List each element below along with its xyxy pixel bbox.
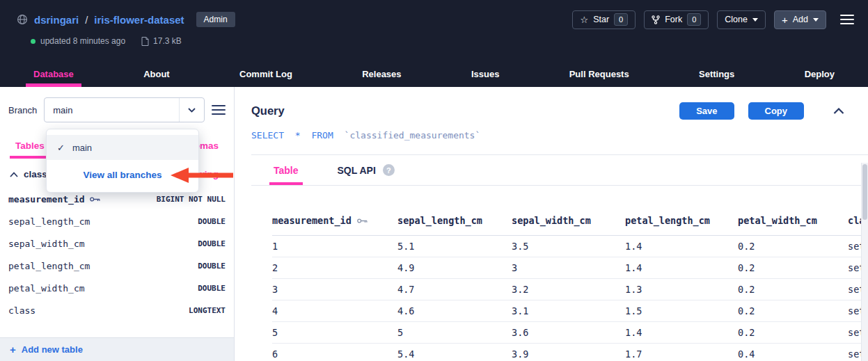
grid-header-sepal-length[interactable]: sepal_length_cm	[397, 211, 512, 236]
sidebar: Branch main Tables Schemas classified_me…	[0, 87, 235, 361]
sidebar-menu-icon[interactable]	[212, 105, 226, 115]
repo-size: 17.3 kB	[141, 36, 182, 46]
updated-text: updated 8 minutes ago	[40, 36, 125, 46]
grid-cell[interactable]: 1.3	[625, 279, 738, 300]
grid-cell[interactable]: 3.5	[512, 236, 625, 257]
grid-cell[interactable]: 6	[272, 344, 397, 361]
grid-cell[interactable]: 4	[272, 300, 397, 322]
tab-sql-api-group: SQL API ?	[338, 155, 395, 185]
page-body: Branch main Tables Schemas classified_me…	[0, 87, 868, 361]
grid-cell[interactable]: 3	[272, 279, 397, 300]
grid-cell[interactable]: 3	[512, 257, 625, 279]
status-dot-icon	[31, 39, 35, 44]
grid-cell[interactable]: 0.2	[738, 257, 848, 279]
sidebar-tab-tables[interactable]: Tables	[15, 141, 45, 159]
grid-cell[interactable]: 5.1	[397, 236, 512, 257]
grid-header-petal-length[interactable]: petal_length_cm	[625, 211, 738, 236]
add-label: Add	[793, 15, 808, 24]
primary-key-icon	[90, 196, 100, 202]
column-type: DOUBLE	[198, 217, 226, 226]
tab-sql-api[interactable]: SQL API	[338, 155, 376, 185]
save-button[interactable]: Save	[679, 102, 734, 120]
sql-keyword: SELECT	[251, 130, 284, 141]
column-name: petal_length_cm	[8, 261, 90, 271]
grid-cell[interactable]: 0.2	[738, 279, 848, 300]
add-new-table-button[interactable]: + Add new table	[0, 337, 234, 361]
top-header: dsringari / iris-flower-dataset Admin ☆ …	[0, 0, 868, 87]
schema-column-row: sepal_width_cm DOUBLE	[0, 232, 234, 255]
nav-tab-database[interactable]: Database	[33, 61, 74, 87]
grid-cell[interactable]: 4.7	[397, 279, 512, 300]
globe-icon	[17, 14, 28, 25]
grid-cell[interactable]: 3.6	[512, 322, 625, 344]
nav-tab-deploy[interactable]: Deploy	[805, 61, 835, 87]
add-button[interactable]: + Add	[774, 10, 826, 29]
grid-cell[interactable]: 0.2	[738, 300, 848, 322]
fork-label: Fork	[665, 15, 682, 24]
primary-key-icon	[357, 218, 368, 224]
tab-table[interactable]: Table	[274, 155, 299, 185]
chevron-down-icon[interactable]	[179, 98, 204, 122]
grid-cell[interactable]: 1.7	[625, 344, 738, 361]
breadcrumb: dsringari / iris-flower-dataset Admin	[17, 12, 235, 27]
grid-cell[interactable]: 0.2	[738, 236, 848, 257]
vertical-scrollbar[interactable]	[861, 163, 868, 361]
nav-tab-commit-log[interactable]: Commit Log	[239, 61, 292, 87]
nav-tab-pull-requests[interactable]: Pull Requests	[569, 61, 629, 87]
main-panel: Query Save Copy SELECT * FROM `classifie…	[235, 87, 868, 361]
nav-tab-about[interactable]: About	[143, 61, 170, 87]
size-text: 17.3 kB	[153, 36, 182, 46]
copy-button[interactable]: Copy	[748, 102, 805, 120]
nav-tab-issues[interactable]: Issues	[471, 61, 499, 87]
column-name: measurement_id	[8, 194, 100, 204]
grid-cell[interactable]: 3.9	[512, 344, 625, 361]
grid-cell[interactable]: 2	[272, 257, 397, 279]
grid-cell[interactable]: 5.4	[397, 344, 512, 361]
grid-cell[interactable]: 1.5	[625, 300, 738, 322]
grid-cell[interactable]: 4.9	[397, 257, 512, 279]
column-type: LONGTEXT	[189, 306, 226, 315]
fork-button[interactable]: Fork 0	[644, 10, 709, 29]
nav-tab-releases[interactable]: Releases	[362, 61, 401, 87]
view-all-branches-link[interactable]: View all branches	[47, 160, 198, 189]
branch-select-value: main	[53, 105, 72, 115]
table-row: 4 4.6 3.1 1.5 0.2 setosa	[272, 300, 868, 322]
nav-tab-settings[interactable]: Settings	[699, 61, 734, 87]
grid-cell[interactable]: 0.4	[738, 344, 848, 361]
help-icon[interactable]: ?	[383, 164, 395, 176]
breadcrumb-repo[interactable]: iris-flower-dataset	[94, 14, 184, 26]
repo-nav: Database About Commit Log Releases Issue…	[0, 61, 868, 87]
grid-header-petal-width[interactable]: petal_width_cm	[738, 211, 848, 236]
breadcrumb-owner[interactable]: dsringari	[34, 14, 79, 26]
table-row: 3 4.7 3.2 1.3 0.2 setosa	[272, 279, 868, 300]
hamburger-menu-icon[interactable]	[840, 15, 854, 24]
plus-icon: +	[782, 15, 788, 25]
breadcrumb-separator: /	[85, 14, 88, 26]
clone-button[interactable]: Clone	[717, 10, 766, 29]
grid-cell[interactable]: 3.1	[512, 300, 625, 322]
grid-cell[interactable]: 5	[272, 322, 397, 344]
grid-header-measurement-id[interactable]: measurement_id	[272, 211, 397, 236]
repo-meta-row: updated 8 minutes ago 17.3 kB	[0, 30, 868, 46]
branch-option-main[interactable]: ✓ main	[47, 135, 198, 160]
schema-column-row: sepal_length_cm DOUBLE	[0, 210, 234, 232]
grid-header-sepal-width[interactable]: sepal_width_cm	[512, 211, 625, 236]
scrollbar-thumb[interactable]	[862, 164, 867, 220]
grid-cell[interactable]: 1.4	[625, 236, 738, 257]
star-icon: ☆	[580, 15, 588, 24]
grid-header-row: measurement_id sepal_length_cm sepal_wid…	[272, 211, 868, 236]
table-row: 5 5 3.6 1.4 0.2 setosa	[272, 322, 868, 344]
branch-select[interactable]: main	[44, 97, 205, 122]
grid-cell[interactable]: 3.2	[512, 279, 625, 300]
file-icon	[141, 37, 149, 46]
collapse-chevron-up-icon[interactable]	[833, 108, 844, 114]
grid-cell[interactable]: 0.2	[738, 322, 848, 344]
grid-cell[interactable]: 4.6	[397, 300, 512, 322]
grid-cell[interactable]: 1.4	[625, 257, 738, 279]
fork-count: 0	[687, 13, 701, 26]
grid-cell[interactable]: 5	[397, 322, 512, 344]
star-button[interactable]: ☆ Star 0	[572, 10, 636, 29]
star-label: Star	[593, 15, 609, 24]
grid-cell[interactable]: 1.4	[625, 322, 738, 344]
grid-cell[interactable]: 1	[272, 236, 397, 257]
